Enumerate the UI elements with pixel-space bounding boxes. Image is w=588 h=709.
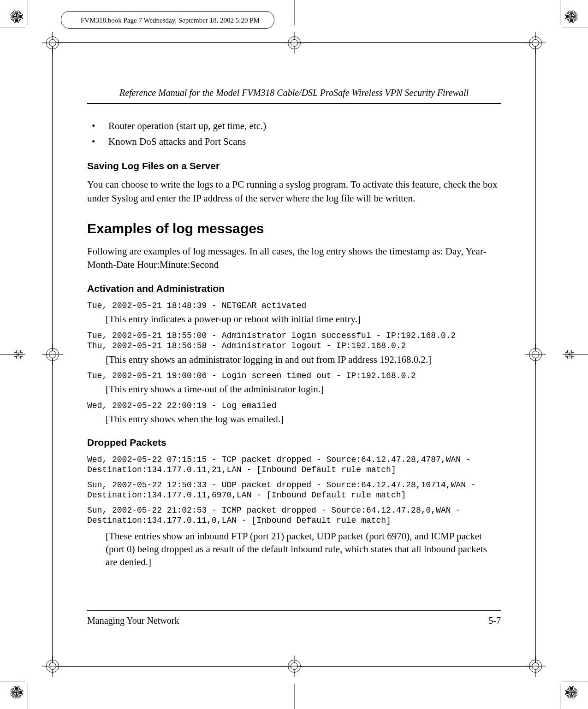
page-content: Reference Manual for the Model FVM318 Ca… <box>87 88 501 626</box>
registration-mark-icon <box>10 10 23 23</box>
crop-mark <box>560 684 560 709</box>
footer-left: Managing Your Network <box>87 615 179 626</box>
crop-mark <box>28 684 28 709</box>
registration-mark-icon <box>10 686 23 699</box>
footer-rule <box>87 610 501 611</box>
log-explanation: [This entry shows a time-out of the admi… <box>106 383 501 396</box>
crosshair-icon <box>42 656 63 677</box>
crosshair-icon <box>525 32 546 53</box>
crosshair-icon <box>525 656 546 677</box>
log-explanation: [This entry shows an administrator loggi… <box>106 353 501 366</box>
running-head: Reference Manual for the Model FVM318 Ca… <box>87 88 501 103</box>
body-paragraph: Following are examples of log messages. … <box>87 245 501 272</box>
crop-mark <box>294 0 294 25</box>
log-line: Sun, 2002-05-22 12:50:33 - UDP packet dr… <box>87 480 501 501</box>
crop-mark <box>294 684 294 709</box>
bullet-list: Router operation (start up, get time, et… <box>87 118 501 149</box>
subheading-saving: Saving Log Files on a Server <box>87 160 501 171</box>
crosshair-icon <box>525 344 546 365</box>
footer-right: 5-7 <box>488 615 501 626</box>
subheading-activation: Activation and Administration <box>87 283 501 294</box>
registration-mark-icon <box>565 10 578 23</box>
log-line: Tue, 2002-05-21 18:48:39 - NETGEAR activ… <box>87 301 501 311</box>
page-footer: Managing Your Network 5-7 <box>87 610 501 626</box>
crosshair-icon <box>42 32 63 53</box>
crosshair-icon <box>42 344 63 365</box>
log-explanation: [This entry indicates a power-up or rebo… <box>106 313 501 325</box>
log-line: Tue, 2002-05-21 19:00:06 - Login screen … <box>87 371 501 381</box>
list-item: Known DoS attacks and Port Scans <box>87 134 501 150</box>
registration-mark-icon <box>565 350 574 359</box>
crop-mark <box>563 28 588 28</box>
crop-mark <box>0 681 25 681</box>
slug-text: FVM318.book Page 7 Wednesday, September … <box>81 17 260 24</box>
crop-mark <box>563 681 588 681</box>
log-line: Wed, 2002-05-22 22:00:19 - Log emailed <box>87 401 501 411</box>
crop-mark <box>28 0 28 25</box>
subheading-dropped: Dropped Packets <box>87 437 501 448</box>
section-heading-examples: Examples of log messages <box>87 221 501 236</box>
crop-mark <box>560 0 560 25</box>
crosshair-icon <box>284 656 305 677</box>
registration-mark-icon <box>14 350 23 359</box>
header-rule <box>87 103 501 104</box>
list-item: Router operation (start up, get time, et… <box>87 118 501 134</box>
log-explanation: [These entries show an inbound FTP (port… <box>106 530 501 569</box>
crosshair-icon <box>284 32 305 53</box>
log-line: Tue, 2002-05-21 18:55:00 - Administrator… <box>87 331 501 351</box>
registration-mark-icon <box>565 686 578 699</box>
log-line: Sun, 2002-05-22 21:02:53 - ICMP packet d… <box>87 505 501 526</box>
log-explanation: [This entry shows when the log was email… <box>106 413 501 425</box>
body-paragraph: You can choose to write the logs to a PC… <box>87 178 501 205</box>
crop-mark <box>0 28 25 28</box>
log-line: Wed, 2002-05-22 07:15:15 - TCP packet dr… <box>87 455 501 475</box>
